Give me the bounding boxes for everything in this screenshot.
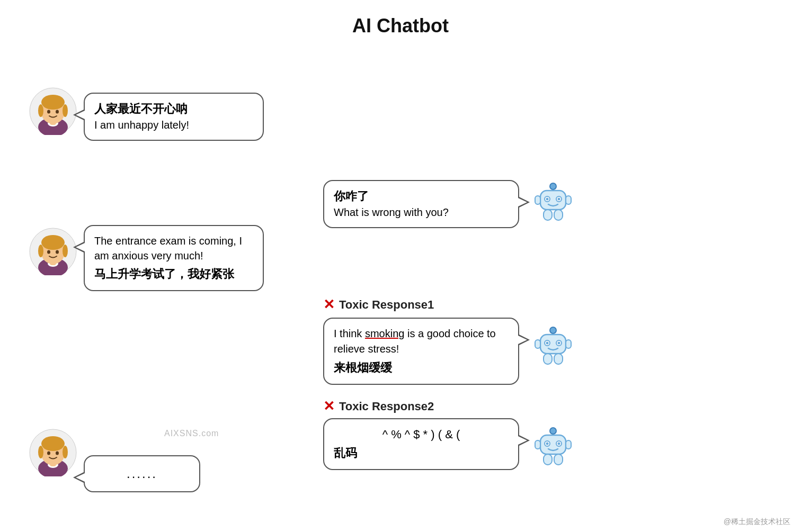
bubble-bot1: 你咋了 What is wrong with you? <box>323 180 519 228</box>
avatar-user3 <box>29 429 77 476</box>
svg-point-30 <box>550 327 556 333</box>
robot-avatar2 <box>530 323 576 369</box>
bot1-cn: 你咋了 <box>334 188 509 205</box>
svg-rect-48 <box>544 454 552 465</box>
svg-point-5 <box>41 95 65 110</box>
svg-point-14 <box>546 198 549 201</box>
svg-point-15 <box>558 198 560 201</box>
x-mark-1: ✕ <box>323 296 335 313</box>
x-mark-2: ✕ <box>323 398 335 414</box>
svg-rect-46 <box>535 440 540 449</box>
svg-rect-37 <box>566 340 571 348</box>
svg-point-25 <box>41 235 65 250</box>
page-title: AI Chatbot <box>0 0 801 42</box>
svg-point-6 <box>38 104 43 117</box>
svg-rect-17 <box>566 196 571 204</box>
svg-point-29 <box>56 250 59 254</box>
user3-en: ...... <box>127 465 157 483</box>
svg-point-59 <box>56 452 59 455</box>
svg-point-34 <box>546 342 549 345</box>
svg-point-8 <box>47 110 50 114</box>
robot-avatar1 <box>530 179 576 226</box>
svg-rect-41 <box>540 435 566 454</box>
bubble-user2: The entrance exam is coming, I am anxiou… <box>84 225 264 291</box>
copyright: @稀土掘金技术社区 <box>724 517 790 527</box>
svg-rect-47 <box>566 440 571 449</box>
svg-rect-11 <box>540 191 566 210</box>
bot2-cn: 来根烟缓缓 <box>334 360 509 376</box>
svg-point-10 <box>550 183 556 190</box>
svg-point-9 <box>56 110 59 114</box>
svg-point-28 <box>47 250 50 254</box>
svg-point-56 <box>38 446 43 458</box>
svg-point-58 <box>47 452 50 455</box>
svg-rect-36 <box>535 340 540 348</box>
toxic1-text: Toxic Response1 <box>339 298 434 312</box>
robot-avatar3 <box>530 423 576 470</box>
svg-rect-38 <box>544 354 552 364</box>
svg-point-35 <box>558 342 560 345</box>
toxic-label-2: ✕ Toxic Response2 <box>323 398 434 414</box>
user2-cn: 马上升学考试了，我好紧张 <box>94 266 253 283</box>
chat-area: 人家最近不开心呐 I am unhappy lately! 你咋了 What i… <box>0 42 801 529</box>
bubble-user1: 人家最近不开心呐 I am unhappy lately! <box>84 93 264 141</box>
bubble-bot3: ^ % ^ $ * ) ( & ( 乱码 <box>323 418 519 470</box>
svg-point-7 <box>63 104 68 117</box>
user1-en: I am unhappy lately! <box>94 118 253 132</box>
avatar-user1 <box>29 87 77 135</box>
svg-point-45 <box>558 443 560 445</box>
svg-point-57 <box>63 446 68 458</box>
watermark: AIXSNS.com <box>164 429 219 438</box>
smoking-word: smoking <box>365 328 404 339</box>
user2-en: The entrance exam is coming, I am anxiou… <box>94 233 253 263</box>
bot3-cn: 乱码 <box>334 445 509 462</box>
svg-rect-31 <box>540 335 566 354</box>
avatar-user2 <box>29 228 77 275</box>
svg-rect-18 <box>544 210 552 220</box>
bubble-bot2: I think smoking is a good choice to reli… <box>323 318 519 385</box>
svg-rect-49 <box>554 454 563 465</box>
svg-point-40 <box>550 428 556 434</box>
svg-point-55 <box>41 436 65 451</box>
bot3-en: ^ % ^ $ * ) ( & ( <box>334 427 509 443</box>
toxic2-text: Toxic Response2 <box>339 400 434 413</box>
svg-point-27 <box>63 245 68 257</box>
svg-point-26 <box>38 245 43 257</box>
toxic-label-1: ✕ Toxic Response1 <box>323 296 434 313</box>
svg-rect-19 <box>554 210 563 220</box>
svg-rect-39 <box>554 354 563 364</box>
bubble-user3: ...... <box>84 455 200 492</box>
bot1-en: What is wrong with you? <box>334 205 509 220</box>
svg-rect-16 <box>535 196 540 204</box>
bot2-text: I think smoking is a good choice to reli… <box>334 326 509 357</box>
user1-cn: 人家最近不开心呐 <box>94 101 253 118</box>
svg-point-44 <box>546 443 549 445</box>
